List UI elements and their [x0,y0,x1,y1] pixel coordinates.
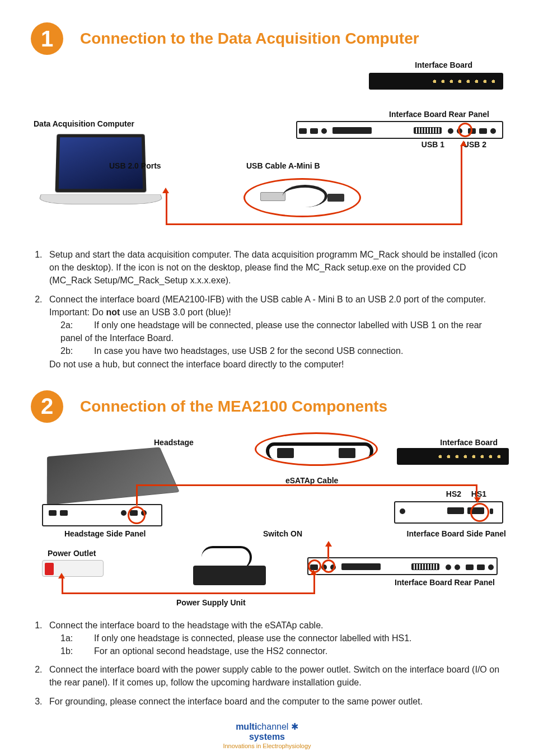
label-ifb2: Interface Board [440,438,498,447]
label-interface-board: Interface Board [415,60,472,69]
label-power-outlet: Power Outlet [48,549,96,558]
s1-step-2a-text: If only one headstage will be connected,… [60,320,482,343]
connector-line-2 [166,223,462,225]
usb-cable-highlight-icon [243,178,361,217]
power-line-1 [62,577,63,594]
footer-tagline: Innovations in Electrophysiology [31,743,503,750]
line-hs-up [136,484,138,506]
switch-highlight-icon [322,559,335,573]
s2-step-1a: 1a:If only one headstage is connected, p… [60,632,503,645]
section1-title: Connection to the Data Acquisition Compu… [80,30,419,48]
arrow-to-laptop-icon [162,188,169,193]
ifb-front-2-icon [397,448,509,465]
section1-instructions: Setup and start the data acquisition com… [31,248,503,371]
s2-step-1a-text: If only one headstage is connected, plea… [94,633,411,643]
section1-diagram: Interface Board Interface Board Rear Pan… [31,60,503,240]
headstage-icon [47,447,180,505]
arrow-power-outlet-icon [58,573,65,578]
s1-step-2b-tag: 2b: [60,344,94,357]
esata-highlight-icon [255,432,378,466]
label-esatap: eSATAp Cable [285,476,338,485]
s2-step-3: For grounding, please connect the interf… [45,695,503,708]
s2-step-1b: 1b:For an optional second headstage, use… [60,645,503,657]
label-usb1: USB 1 [421,140,444,149]
s2-step-1-text: Connect the interface board to the heads… [49,620,324,630]
ifb-rear-2-icon [307,557,498,575]
label-headstage: Headstage [154,438,194,447]
arrow-hs1-icon [474,497,481,503]
label-ifb-rear-2: Interface Board Rear Panel [395,578,495,587]
psu-icon [193,549,266,585]
s1-step-2b-text: In case you have two headstages, use USB… [94,346,403,356]
connector-line-1 [166,192,167,225]
s1-step-2-post: use an USB 3.0 port (blue)! [120,307,231,317]
s2-step-1a-tag: 1a: [60,632,94,645]
footer-brand-bold: multi [236,722,257,731]
interface-board-front-icon [369,73,503,90]
label-switch-on: Switch ON [263,529,302,538]
label-data-acq-computer: Data Acquisition Computer [34,119,134,128]
section2-title: Connection of the MEA2100 Components [80,398,387,416]
star-icon: ✱ [288,722,298,731]
usb-port-highlight-icon [458,123,472,137]
label-headstage-side: Headstage Side Panel [64,529,146,538]
power-line-3 [313,572,315,594]
line-hs-across [136,484,477,486]
section2-header: 2 Connection of the MEA2100 Components [31,390,503,423]
connector-line-3 [461,145,462,225]
footer-brand-rest: channel [257,722,288,731]
s1-step-2b: 2b:In case you have two headstages, use … [60,344,503,357]
s1-step-2-trailing: Do not use a hub, but connect the interf… [49,358,503,371]
label-usb-cable: USB Cable A-Mini B [246,161,320,170]
footer-line2: systems [31,732,503,742]
section2-diagram: Headstage eSATAp Cable Interface Board H… [31,431,503,610]
arrow-power-in-icon [310,570,317,575]
section2-number-badge: 2 [31,390,63,423]
label-usb-ports: USB 2.0 Ports [109,161,161,170]
footer-line1: multichannel ✱ [31,722,503,732]
s1-step-1: Setup and start the data acquisition com… [45,248,503,287]
footer-logo: multichannel ✱ systems Innovations in El… [31,722,503,749]
label-ifb-side: Interface Board Side Panel [407,529,506,538]
s1-step-2-bold: not [106,307,120,317]
s1-step-2a-tag: 2a: [60,319,94,332]
section2-instructions: Connect the interface board to the heads… [31,619,503,708]
laptop-icon [39,133,168,228]
switch-pointer-line [327,545,329,559]
page: 1 Connection to the Data Acquisition Com… [0,0,534,756]
label-psu: Power Supply Unit [176,598,246,607]
power-outlet-icon [42,560,104,577]
s2-step-1b-tag: 1b: [60,645,94,657]
s2-step-1: Connect the interface board to the heads… [45,619,503,658]
line-hs-down [476,484,477,501]
headstage-port-highlight-icon [128,506,146,524]
section1-header: 1 Connection to the Data Acquisition Com… [31,22,503,55]
s2-step-1b-text: For an optional second headstage, use th… [94,646,327,656]
s2-step-2: Connect the interface board with the pow… [45,663,503,689]
power-line-2 [62,592,313,594]
hs1-port-highlight-icon [470,503,489,522]
label-hs2: HS2 [446,489,461,498]
section1-number-badge: 1 [31,22,63,55]
s1-step-2: Connect the interface board (MEA2100-IFB… [45,293,503,371]
s1-step-2a: 2a:If only one headstage will be connect… [60,319,503,344]
label-interface-board-rear: Interface Board Rear Panel [389,110,489,119]
